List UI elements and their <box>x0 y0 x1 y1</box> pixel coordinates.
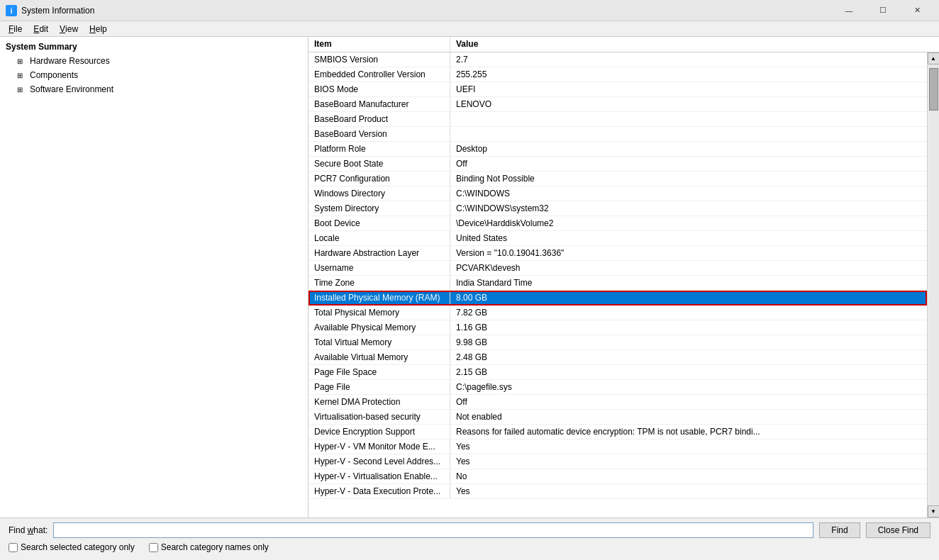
close-button[interactable]: ✕ <box>901 0 933 21</box>
menu-help[interactable]: Help <box>84 21 113 37</box>
main-layout: System Summary ⊞ Hardware Resources ⊞ Co… <box>0 37 939 517</box>
sidebar-hardware-resources-label: Hardware Resources <box>30 56 110 66</box>
table-row[interactable]: UsernamePCVARK\devesh <box>309 261 927 276</box>
table-cell-item: Page File Space <box>309 365 450 379</box>
sidebar-software-environment-label: Software Environment <box>30 84 113 94</box>
table-cell-value: Not enabled <box>450 410 927 424</box>
table-row[interactable]: Boot Device\Device\HarddiskVolume2 <box>309 216 927 231</box>
title-bar: i System Information — ☐ ✕ <box>0 0 939 21</box>
close-find-button[interactable]: Close Find <box>866 522 930 538</box>
sidebar-item-system-summary[interactable]: System Summary <box>0 40 308 54</box>
table-cell-item: Hardware Abstraction Layer <box>309 246 450 260</box>
table-row[interactable]: BIOS ModeUEFI <box>309 82 927 97</box>
checkbox-category-names-label: Search category names only <box>161 542 269 552</box>
table-body: SMBIOS Version2.7Embedded Controller Ver… <box>309 52 927 517</box>
checkbox-category-names[interactable]: Search category names only <box>149 542 269 552</box>
table-row[interactable]: BaseBoard Version <box>309 127 927 142</box>
table-row[interactable]: BaseBoard Product <box>309 112 927 127</box>
window-title: System Information <box>21 6 833 16</box>
table-cell-item: Installed Physical Memory (RAM) <box>309 291 450 305</box>
table-cell-item: Embedded Controller Version <box>309 67 450 82</box>
bottom-bar: Find what: Find Close Find Search select… <box>0 517 939 560</box>
checkbox-selected-category-label: Search selected category only <box>21 542 135 552</box>
table-row[interactable]: Hardware Abstraction LayerVersion = "10.… <box>309 246 927 261</box>
table-row[interactable]: Hyper-V - Second Level Addres...Yes <box>309 454 927 469</box>
window-controls: — ☐ ✕ <box>833 0 933 21</box>
table-row[interactable]: SMBIOS Version2.7 <box>309 52 927 67</box>
table-row[interactable]: Total Virtual Memory9.98 GB <box>309 335 927 350</box>
table-row[interactable]: Time ZoneIndia Standard Time <box>309 276 927 291</box>
table-row[interactable]: BaseBoard ManufacturerLENOVO <box>309 97 927 112</box>
scrollbar-track[interactable] <box>928 65 939 505</box>
table-row[interactable]: Windows DirectoryC:\WINDOWS <box>309 186 927 201</box>
menu-file[interactable]: File <box>3 21 28 37</box>
table-cell-value: 7.82 GB <box>450 306 927 320</box>
table-cell-value: United States <box>450 231 927 245</box>
table-row[interactable]: Device Encryption SupportReasons for fai… <box>309 425 927 439</box>
table-cell-value: No <box>450 469 927 483</box>
expand-icon: ⊞ <box>17 57 27 65</box>
table-row[interactable]: Page File Space2.15 GB <box>309 365 927 380</box>
table-cell-value: C:\WINDOWS\system32 <box>450 201 927 215</box>
table-cell-item: Windows Directory <box>309 186 450 201</box>
table-cell-item: Username <box>309 261 450 275</box>
table-row[interactable]: Hyper-V - Virtualisation Enable...No <box>309 469 927 484</box>
table-cell-item: BaseBoard Manufacturer <box>309 97 450 111</box>
table-row[interactable]: Total Physical Memory7.82 GB <box>309 306 927 320</box>
table-cell-item: Locale <box>309 231 450 245</box>
table-cell-item: Secure Boot State <box>309 157 450 171</box>
minimize-button[interactable]: — <box>833 0 865 21</box>
table-cell-value: \Device\HarddiskVolume2 <box>450 216 927 230</box>
table-cell-value: 1.16 GB <box>450 320 927 335</box>
table-cell-value: Off <box>450 395 927 409</box>
table-row[interactable]: Hyper-V - Data Execution Prote...Yes <box>309 484 927 499</box>
table-cell-item: Hyper-V - Data Execution Prote... <box>309 484 450 498</box>
table-row[interactable]: LocaleUnited States <box>309 231 927 246</box>
table-row[interactable]: Virtualisation-based securityNot enabled <box>309 410 927 425</box>
table-cell-item: Hyper-V - Second Level Addres... <box>309 454 450 469</box>
table-row[interactable]: Available Virtual Memory2.48 GB <box>309 350 927 365</box>
table-cell-value: 2.48 GB <box>450 350 927 364</box>
table-row[interactable]: Secure Boot StateOff <box>309 157 927 172</box>
table-row[interactable]: Page FileC:\pagefile.sys <box>309 380 927 395</box>
checkbox-category-names-input[interactable] <box>149 543 158 552</box>
find-input[interactable] <box>53 522 813 538</box>
svg-text:i: i <box>10 6 12 15</box>
table-cell-value: 255.255 <box>450 67 927 82</box>
scroll-down[interactable]: ▼ <box>928 505 940 517</box>
table-cell-value: C:\pagefile.sys <box>450 380 927 394</box>
table-row[interactable]: PCR7 ConfigurationBinding Not Possible <box>309 172 927 186</box>
checkbox-selected-category[interactable]: Search selected category only <box>9 542 135 552</box>
table-row[interactable]: Platform RoleDesktop <box>309 142 927 157</box>
checkbox-selected-category-input[interactable] <box>9 543 18 552</box>
find-label: Find what: <box>9 525 48 535</box>
scroll-up[interactable]: ▲ <box>928 52 940 65</box>
sidebar-item-hardware-resources[interactable]: ⊞ Hardware Resources <box>0 54 308 68</box>
scrollbar-thumb[interactable] <box>929 68 938 111</box>
sidebar-item-components[interactable]: ⊞ Components <box>0 68 308 82</box>
scrollbar[interactable]: ▲ ▼ <box>927 52 939 517</box>
table-row[interactable]: Embedded Controller Version255.255 <box>309 67 927 82</box>
table-row[interactable]: Available Physical Memory1.16 GB <box>309 320 927 335</box>
find-button[interactable]: Find <box>819 522 860 538</box>
table-cell-value: 2.7 <box>450 52 927 67</box>
table-cell-value: Version = "10.0.19041.3636" <box>450 246 927 260</box>
content-with-scroll: SMBIOS Version2.7Embedded Controller Ver… <box>309 52 939 517</box>
table-cell-value: Yes <box>450 439 927 454</box>
menu-edit[interactable]: Edit <box>28 21 54 37</box>
table-row[interactable]: Kernel DMA ProtectionOff <box>309 395 927 410</box>
table-cell-value: 2.15 GB <box>450 365 927 379</box>
menu-view[interactable]: View <box>54 21 84 37</box>
table-cell-value: Reasons for failed automatic device encr… <box>450 425 927 439</box>
table-cell-value: 8.00 GB <box>450 291 927 305</box>
table-row[interactable]: Installed Physical Memory (RAM)8.00 GB <box>309 291 927 306</box>
table-cell-value: Off <box>450 157 927 171</box>
find-row: Find what: Find Close Find <box>9 522 930 538</box>
sidebar: System Summary ⊞ Hardware Resources ⊞ Co… <box>0 37 309 517</box>
sidebar-item-software-environment[interactable]: ⊞ Software Environment <box>0 82 308 96</box>
table-row[interactable]: System DirectoryC:\WINDOWS\system32 <box>309 201 927 216</box>
table-cell-item: Time Zone <box>309 276 450 290</box>
table-row[interactable]: Hyper-V - VM Monitor Mode E...Yes <box>309 439 927 454</box>
maximize-button[interactable]: ☐ <box>867 0 899 21</box>
table-cell-item: Kernel DMA Protection <box>309 395 450 409</box>
